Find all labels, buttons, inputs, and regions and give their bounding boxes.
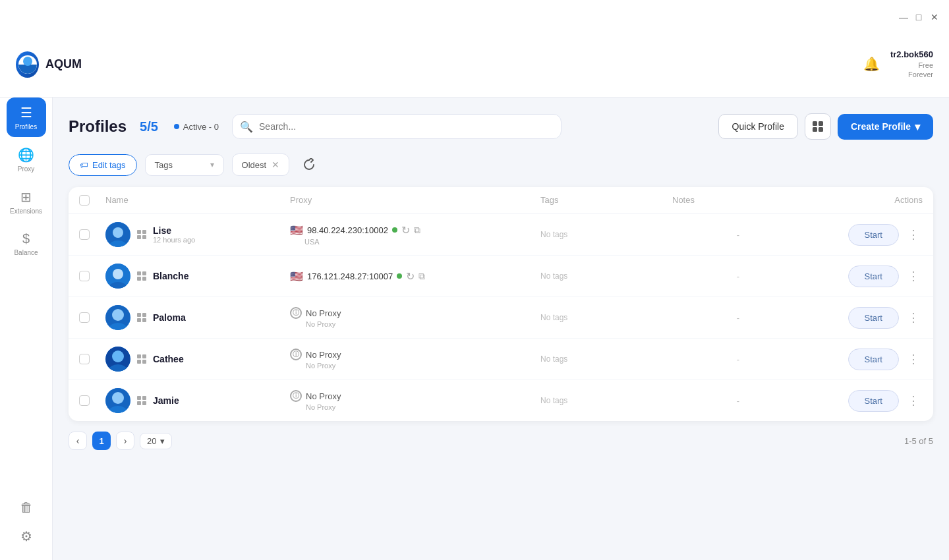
no-proxy-row: ⓘ No Proxy xyxy=(290,349,540,360)
minimize-button[interactable]: — xyxy=(899,12,907,20)
proxy-refresh-icon[interactable]: ↻ xyxy=(406,270,415,283)
no-proxy-label: No Proxy xyxy=(306,308,341,318)
active-label: Active - 0 xyxy=(183,122,219,132)
col-proxy: Proxy xyxy=(290,195,540,206)
row-checkbox xyxy=(79,312,105,323)
proxy-flag: 🇺🇸 xyxy=(290,270,303,283)
tags-cell: No tags xyxy=(540,230,672,239)
notifications-icon[interactable]: 🔔 xyxy=(863,56,880,72)
sidebar: ☰ Profiles 🌐 Proxy ⊞ Extensions $ Balanc… xyxy=(0,32,53,560)
quick-profile-button[interactable]: Quick Profile xyxy=(718,114,798,139)
edit-tags-button[interactable]: 🏷 Edit tags xyxy=(69,154,137,176)
table-row: Lise 12 hours ago 🇺🇸 98.40.224.230:10002… xyxy=(69,214,933,256)
clear-oldest-icon[interactable]: ✕ xyxy=(272,159,279,170)
col-notes: Notes xyxy=(672,195,804,206)
search-icon: 🔍 xyxy=(240,121,253,133)
sidebar-item-profiles[interactable]: ☰ Profiles xyxy=(7,98,46,137)
notes-cell: - xyxy=(672,354,804,364)
grid-toggle-button[interactable] xyxy=(805,113,831,140)
current-page[interactable]: 1 xyxy=(92,432,111,450)
start-button[interactable]: Start xyxy=(848,224,899,246)
table-row: Paloma ⓘ No Proxy No Proxy No tags - Sta… xyxy=(69,297,933,339)
notes-cell: - xyxy=(672,271,804,281)
proxy-refresh-icon[interactable]: ↻ xyxy=(401,224,410,237)
more-options-button[interactable]: ⋮ xyxy=(904,308,923,327)
page-info: 1-5 of 5 xyxy=(904,436,933,446)
proxy-cell: ⓘ No Proxy No Proxy xyxy=(290,349,540,370)
avatar-image xyxy=(105,305,130,330)
no-proxy-icon: ⓘ xyxy=(290,307,302,319)
refresh-button[interactable] xyxy=(297,153,321,177)
sidebar-item-profiles-label: Profiles xyxy=(15,123,37,130)
app-header: AQUM 🔔 tr2.bok560 Free Forever xyxy=(0,32,949,98)
table-row: Cathee ⓘ No Proxy No Proxy No tags - Sta… xyxy=(69,339,933,380)
tags-filter[interactable]: Tags ▾ xyxy=(145,154,224,176)
no-proxy-row: ⓘ No Proxy xyxy=(290,390,540,402)
search-input[interactable] xyxy=(232,114,561,139)
avatar-image xyxy=(105,388,130,413)
refresh-icon xyxy=(302,158,316,171)
sidebar-item-proxy[interactable]: 🌐 Proxy xyxy=(7,140,46,179)
oldest-filter[interactable]: Oldest ✕ xyxy=(232,154,290,176)
start-button[interactable]: Start xyxy=(848,349,899,370)
user-info: tr2.bok560 Free Forever xyxy=(890,49,933,79)
header-right: 🔔 tr2.bok560 Free Forever xyxy=(863,49,933,79)
more-options-button[interactable]: ⋮ xyxy=(904,350,923,368)
avatar-image xyxy=(105,347,130,372)
page-title: Profiles xyxy=(69,117,127,136)
sidebar-item-balance[interactable]: $ Balance xyxy=(7,224,46,264)
pagination: ‹ 1 › 20 ▾ 1-5 of 5 xyxy=(69,421,933,450)
no-proxy-icon: ⓘ xyxy=(290,390,302,402)
more-options-button[interactable]: ⋮ xyxy=(904,267,923,285)
no-proxy-row: ⓘ No Proxy xyxy=(290,307,540,319)
logo-icon xyxy=(16,51,39,78)
row-select-checkbox[interactable] xyxy=(79,312,90,323)
settings-icon[interactable]: ⚙ xyxy=(20,528,32,544)
tags-cell: No tags xyxy=(540,271,672,281)
prev-page-button[interactable]: ‹ xyxy=(69,432,87,450)
app-name: AQUM xyxy=(45,57,82,71)
table-header: Name Proxy Tags Notes Actions xyxy=(69,187,933,214)
next-page-button[interactable]: › xyxy=(116,432,134,450)
header-actions: Quick Profile Create Profile ▾ xyxy=(718,113,933,140)
proxy-cell: ⓘ No Proxy No Proxy xyxy=(290,307,540,328)
table-row: Jamie ⓘ No Proxy No Proxy No tags - Star… xyxy=(69,380,933,421)
row-checkbox xyxy=(79,395,105,406)
row-checkbox xyxy=(79,229,105,240)
sidebar-item-extensions-label: Extensions xyxy=(10,208,42,215)
app-indicator-icon xyxy=(137,230,146,239)
start-button[interactable]: Start xyxy=(848,390,899,412)
sidebar-item-extensions[interactable]: ⊞ Extensions xyxy=(7,182,46,221)
svg-point-8 xyxy=(113,269,123,279)
more-options-button[interactable]: ⋮ xyxy=(904,391,923,410)
start-button[interactable]: Start xyxy=(848,266,899,287)
close-button[interactable]: ✕ xyxy=(931,12,938,20)
proxy-copy-icon[interactable]: ⧉ xyxy=(418,271,425,282)
proxy-copy-icon[interactable]: ⧉ xyxy=(414,225,420,236)
actions-cell: Start ⋮ xyxy=(804,266,923,287)
app-indicator-icon xyxy=(137,354,146,364)
no-proxy-label: No Proxy xyxy=(306,350,341,360)
row-select-checkbox[interactable] xyxy=(79,229,90,240)
extensions-icon: ⊞ xyxy=(20,189,32,205)
profile-count: 5/5 xyxy=(140,119,158,134)
select-all-checkbox[interactable] xyxy=(79,195,90,206)
row-select-checkbox[interactable] xyxy=(79,354,90,364)
create-profile-button[interactable]: Create Profile ▾ xyxy=(838,114,933,140)
start-button[interactable]: Start xyxy=(848,307,899,329)
maximize-button[interactable]: □ xyxy=(915,12,923,20)
active-badge: Active - 0 xyxy=(174,122,219,132)
sidebar-item-proxy-label: Proxy xyxy=(18,165,35,173)
svg-rect-2 xyxy=(813,127,817,132)
profile-cell: Blanche xyxy=(105,264,290,289)
per-page-select[interactable]: 20 ▾ xyxy=(140,433,172,449)
avatar xyxy=(105,347,130,372)
avatar-image xyxy=(105,222,130,247)
row-select-checkbox[interactable] xyxy=(79,395,90,406)
trash-icon[interactable]: 🗑 xyxy=(20,500,33,515)
profiles-table: Name Proxy Tags Notes Actions Lise xyxy=(69,187,933,421)
balance-icon: $ xyxy=(22,231,30,246)
profile-cell: Cathee xyxy=(105,347,290,372)
row-select-checkbox[interactable] xyxy=(79,271,90,281)
more-options-button[interactable]: ⋮ xyxy=(904,225,923,244)
